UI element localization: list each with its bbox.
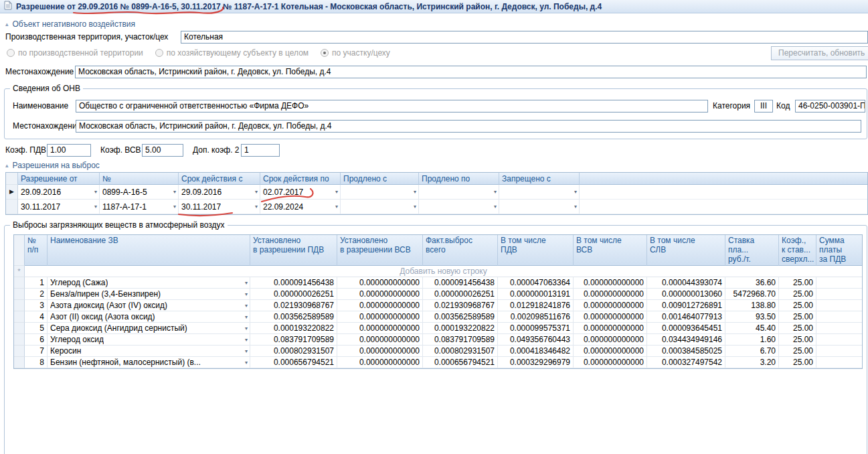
cell-rate[interactable]: 36.60	[725, 277, 779, 289]
cell-set-pdv[interactable]: 0.000000026251	[250, 289, 337, 300]
cell-fact-total[interactable]: 0.003562589589	[423, 311, 498, 323]
column-header[interactable]: Коэф., к став... сверхл...	[779, 235, 816, 266]
cell-incl-vsv[interactable]: 0.000000000000	[574, 346, 647, 357]
cell-set-pdv[interactable]: 0.083791709589	[250, 334, 337, 346]
cell-incl-slv[interactable]: 0.000327497542	[647, 357, 725, 368]
cell-set-vsv[interactable]: 0.000000000000	[337, 311, 423, 323]
column-header[interactable]: Факт.выброс всего	[423, 235, 498, 266]
cell-coef[interactable]: 25.00	[779, 311, 816, 323]
radio-by-subject[interactable]: по хозяйствующему субъекту в целом	[155, 48, 309, 58]
cell-substance-name[interactable]: Азот (II) оксид (Азота оксид)▾	[48, 311, 250, 323]
column-header[interactable]: В том числе ПДВ	[498, 235, 574, 266]
cell-substance-name[interactable]: Углерод (Сажа)▾	[48, 277, 250, 289]
cell-payment-sum[interactable]	[816, 311, 862, 323]
cell-set-vsv[interactable]: 0.000000000000	[337, 357, 423, 368]
cell-coef[interactable]: 25.00	[779, 300, 816, 311]
cell-set-pdv[interactable]: 0.000656794521	[250, 357, 337, 368]
cell-incl-slv[interactable]: 0.034434949146	[647, 334, 725, 346]
cell-incl-pdv[interactable]: 0.000099575371	[498, 323, 574, 334]
cell-incl-pdv[interactable]: 0.000000013191	[498, 289, 574, 300]
cell-set-vsv[interactable]: 0.000000000000	[337, 277, 423, 289]
column-header[interactable]: Установлено в разрешении ВСВ	[337, 235, 423, 266]
add-new-row[interactable]: * Добавить новую строку	[14, 266, 862, 277]
cell-permit-number[interactable]: 1187-А-17-1▾	[100, 200, 179, 214]
cell-incl-vsv[interactable]: 0.000000000000	[574, 277, 647, 289]
cell-incl-vsv[interactable]: 0.000000000000	[574, 357, 647, 368]
cell-extended-from[interactable]: ▾	[341, 185, 419, 200]
cell-incl-vsv[interactable]: 0.000000000000	[574, 323, 647, 334]
radio-by-section[interactable]: по участку/цеху	[321, 48, 390, 58]
cell-set-pdv[interactable]: 0.021930968767	[250, 300, 337, 311]
column-header[interactable]: Продлено с	[341, 173, 419, 185]
column-header[interactable]: Срок действия с	[179, 173, 260, 185]
cell-substance-name[interactable]: Азота диоксид (Азот (IV) оксид)▾	[48, 300, 250, 311]
cell-valid-from[interactable]: 29.09.2016▾	[179, 185, 260, 200]
cell-incl-slv[interactable]: 0.000000013060	[647, 289, 725, 300]
cell-valid-from[interactable]: 30.11.2017▾	[179, 200, 260, 214]
cell-rate[interactable]: 1.60	[725, 334, 779, 346]
cell-coef[interactable]: 25.00	[779, 323, 816, 334]
cell-payment-sum[interactable]	[816, 300, 862, 311]
cell-fact-total[interactable]: 0.000000026251	[423, 289, 498, 300]
cell-extended-to[interactable]: ▾	[419, 200, 499, 214]
cell-rate[interactable]: 3.20	[725, 357, 779, 368]
recalculate-button[interactable]: Пересчитать, обновить	[771, 46, 868, 60]
cell-set-pdv[interactable]: 0.003562589589	[250, 311, 337, 323]
cell-incl-pdv[interactable]: 0.000418346482	[498, 346, 574, 357]
cell-incl-pdv[interactable]: 0.049356760443	[498, 334, 574, 346]
column-header[interactable]: Запрещено с	[499, 173, 580, 185]
cell-rate[interactable]: 138.80	[725, 300, 779, 311]
cell-coef[interactable]: 25.00	[779, 277, 816, 289]
cell-incl-pdv[interactable]: 0.012918241876	[498, 300, 574, 311]
cell-rate[interactable]: 45.40	[725, 323, 779, 334]
cell-permit-number[interactable]: 0899-А-16-5▾	[100, 185, 179, 200]
cell-rate[interactable]: 5472968.70	[725, 289, 779, 300]
column-header[interactable]: Наименование ЗВ	[48, 235, 250, 266]
column-header[interactable]: № п/п	[25, 235, 48, 266]
cell-incl-slv[interactable]: 0.000044393074	[647, 277, 725, 289]
location-input[interactable]: Московская область, Истринский район, г.…	[75, 66, 867, 78]
cell-substance-name[interactable]: Керосин▾	[48, 346, 250, 357]
cell-incl-pdv[interactable]: 0.002098511676	[498, 311, 574, 323]
onv-location-input[interactable]: Московская область, Истринский район, г.…	[76, 120, 861, 133]
cell-substance-name[interactable]: Бенз/а/пирен (3,4-Бензпирен)▾	[48, 289, 250, 300]
cell-payment-sum[interactable]	[816, 357, 862, 368]
cell-set-vsv[interactable]: 0.000000000000	[337, 346, 423, 357]
cell-set-pdv[interactable]: 0.000193220822	[250, 323, 337, 334]
onv-name-input[interactable]: Общество с ограниченной ответственностью…	[76, 100, 708, 112]
cell-substance-name[interactable]: Углерод оксид▾	[48, 334, 250, 346]
cell-set-pdv[interactable]: 0.000802931507	[250, 346, 337, 357]
cell-valid-to[interactable]: 22.09.2024▾	[260, 200, 341, 214]
cell-fact-total[interactable]: 0.000091456438	[423, 277, 498, 289]
section-permits-header[interactable]: ▴ Разрешения на выброс	[5, 161, 100, 170]
column-header[interactable]: Срок действия по	[260, 173, 341, 185]
cell-set-vsv[interactable]: 0.000000000000	[337, 300, 423, 311]
section-object-header[interactable]: ▴ Объект негативного воздействия	[5, 19, 135, 29]
column-header[interactable]: В том числе ВСВ	[574, 235, 647, 266]
cell-incl-vsv[interactable]: 0.000000000000	[574, 311, 647, 323]
column-header[interactable]: Установлено в разрешении ПДВ	[250, 235, 337, 266]
territory-input[interactable]: Котельная	[181, 31, 868, 44]
cell-incl-slv[interactable]: 0.000384585025	[647, 346, 725, 357]
cell-incl-slv[interactable]: 0.000093645451	[647, 323, 725, 334]
cell-set-vsv[interactable]: 0.000000000000	[337, 334, 423, 346]
cell-fact-total[interactable]: 0.000802931507	[423, 346, 498, 357]
cell-fact-total[interactable]: 0.000193220822	[423, 323, 498, 334]
cell-incl-slv[interactable]: 0.001464077913	[647, 311, 725, 323]
cell-incl-slv[interactable]: 0.009012726891	[647, 300, 725, 311]
coef-dop-input[interactable]: 1	[241, 144, 280, 157]
cell-extended-from[interactable]: ▾	[341, 200, 419, 214]
cell-extended-to[interactable]: ▾	[419, 185, 499, 200]
cell-substance-name[interactable]: Бензин (нефтяной, малосернистый) (в...▾	[48, 357, 250, 368]
coef-pdv-input[interactable]: 1.00	[47, 144, 91, 157]
cell-valid-to[interactable]: 02.07.2017▾	[260, 185, 341, 200]
cell-payment-sum[interactable]	[816, 346, 862, 357]
cell-permit-from[interactable]: 29.09.2016▾	[18, 185, 100, 200]
cell-banned-from[interactable]: ▾	[499, 200, 580, 214]
cell-banned-from[interactable]: ▾	[499, 185, 580, 200]
cell-payment-sum[interactable]	[816, 277, 862, 289]
cell-payment-sum[interactable]	[816, 334, 862, 346]
cell-coef[interactable]: 25.00	[779, 334, 816, 346]
column-header[interactable]: Сумма платы за ПДВ	[816, 235, 862, 266]
cell-permit-from[interactable]: 30.11.2017▾	[18, 200, 100, 214]
